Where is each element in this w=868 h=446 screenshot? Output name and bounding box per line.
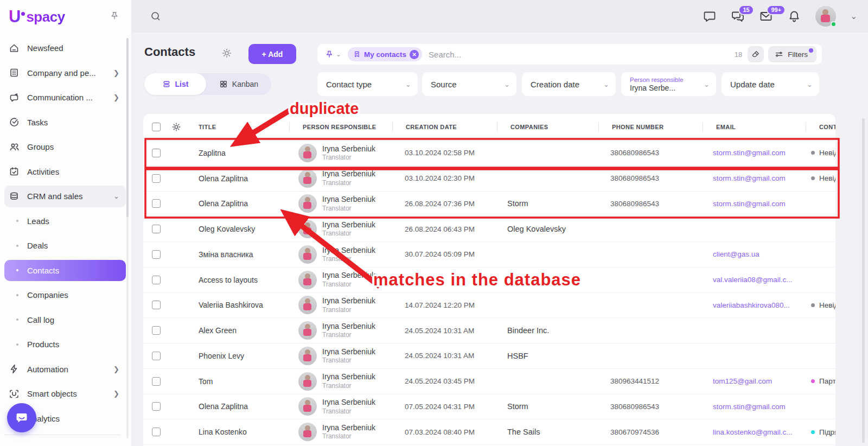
contact-title[interactable]: Valeriia Bashkirova <box>195 301 289 309</box>
filter-person-responsible[interactable]: Person responsible Iryna Serbe... ⌄ <box>621 72 716 96</box>
chevron-down-icon: ⌄ <box>336 50 341 58</box>
sidebar-item-groups[interactable]: Groups <box>0 135 131 160</box>
chevron-down-icon: ⌄ <box>807 80 813 88</box>
contact-title[interactable]: Zaplitna <box>195 149 289 157</box>
sidebar-scrollbar[interactable] <box>126 38 129 438</box>
row-checkbox[interactable] <box>152 199 161 208</box>
support-chat-button[interactable] <box>7 403 36 432</box>
email-link[interactable]: valeriiabashkirova080... <box>703 301 806 309</box>
filter-update-date[interactable]: Update date⌄ <box>722 72 819 96</box>
row-checkbox[interactable] <box>152 377 161 386</box>
table-row[interactable]: Valeriia Bashkirova Iryna SerbeniukTrans… <box>143 293 835 318</box>
sidebar-item-company-and-people[interactable]: Company and pe... ❯ <box>0 61 131 86</box>
contact-title[interactable]: Alex Green <box>195 326 289 335</box>
table-row[interactable]: Alex Green Iryna SerbeniukTranslator 24.… <box>143 318 835 343</box>
chip-close-icon[interactable]: ✕ <box>410 50 419 59</box>
column-header-title[interactable]: TITLE <box>195 124 289 130</box>
bullet-icon <box>16 294 18 296</box>
table-row[interactable]: Olena Zaplitna Iryna SerbeniukTranslator… <box>143 166 835 192</box>
filter-contact-type[interactable]: Contact type⌄ <box>317 72 418 96</box>
contact-title[interactable]: Olena Zaplitna <box>195 402 289 411</box>
contact-title[interactable]: Olena Zaplitna <box>195 199 289 208</box>
email-link[interactable]: client@gas.ua <box>703 250 806 258</box>
table-row[interactable]: Phoenix Levy Iryna SerbeniukTranslator 2… <box>143 343 835 369</box>
row-checkbox[interactable] <box>152 225 161 233</box>
table-row[interactable]: Oleg Kovalevsky Iryna SerbeniukTranslato… <box>143 216 835 242</box>
view-kanban-tab[interactable]: Kanban <box>206 73 271 95</box>
column-header-creation-date[interactable]: CREATION DATE <box>392 124 497 130</box>
contact-title[interactable]: Phoenix Levy <box>195 352 289 360</box>
sidebar-item-activities[interactable]: Activities <box>0 160 131 184</box>
sidebar-item-newsfeed[interactable]: Newsfeed <box>0 36 131 61</box>
row-checkbox[interactable] <box>152 250 161 259</box>
contact-title[interactable]: Tom <box>195 377 289 386</box>
email-link[interactable]: storm.stin@gmail.com <box>703 149 806 157</box>
sidebar-item-tasks[interactable]: Tasks <box>0 110 131 135</box>
row-checkbox[interactable] <box>152 276 161 284</box>
clear-search-eraser-icon[interactable] <box>748 46 764 62</box>
sidebar-item-communication[interactable]: Communication ... ❯ <box>0 85 131 110</box>
row-checkbox[interactable] <box>152 352 161 360</box>
email-link[interactable]: storm.stin@gmail.com <box>703 403 806 411</box>
table-row[interactable]: Olena Zaplitna Iryna SerbeniukTranslator… <box>143 394 835 420</box>
table-row[interactable]: Access to layouts Iryna SerbeniukTransla… <box>143 267 835 293</box>
filter-source[interactable]: Source⌄ <box>422 72 516 96</box>
sidebar-item-automation[interactable]: Automation ❯ <box>0 357 131 382</box>
column-header-person-responsible[interactable]: PERSON RESPONSIBLE <box>289 124 392 130</box>
table-row[interactable]: Zaplitna Iryna SerbeniukTranslator 03.10… <box>143 141 835 166</box>
company: HSBF <box>497 352 598 360</box>
view-list-tab[interactable]: List <box>144 73 206 95</box>
sidebar-item-companies[interactable]: Companies <box>0 283 131 308</box>
select-all-checkbox[interactable] <box>152 123 161 131</box>
table-row[interactable]: Lina Kostenko Iryna SerbeniukTranslator … <box>143 419 835 445</box>
settings-gear-icon[interactable] <box>221 48 232 59</box>
email-link[interactable]: val.valeriia08@gmail.c... <box>703 276 806 284</box>
row-checkbox[interactable] <box>152 428 161 436</box>
row-checkbox[interactable] <box>152 301 161 309</box>
saved-filter-pin-icon[interactable]: ⌄ <box>325 50 341 59</box>
profile-chevron-down-icon[interactable]: ⌄ <box>850 11 857 21</box>
filter-creation-date[interactable]: Creation date⌄ <box>522 72 616 96</box>
contact-title[interactable]: Access to layouts <box>195 276 289 284</box>
add-contact-button[interactable]: + Add <box>248 44 296 64</box>
columns-gear-icon[interactable] <box>171 122 195 132</box>
sidebar-item-leads[interactable]: Leads <box>0 209 131 234</box>
table-scrollbar[interactable] <box>862 118 865 443</box>
column-header-email[interactable]: EMAIL <box>703 124 806 130</box>
email-link[interactable]: storm.stin@gmail.com <box>703 174 806 182</box>
table-row[interactable]: Olena Zaplitna Iryna SerbeniukTranslator… <box>143 192 835 217</box>
sidebar-pin-icon[interactable] <box>110 11 119 21</box>
sidebar-item-deals[interactable]: Deals <box>0 233 131 258</box>
contact-title[interactable]: Зміна власника <box>195 250 289 259</box>
row-checkbox[interactable] <box>152 326 161 335</box>
messenger-icon[interactable]: 15 <box>731 9 745 23</box>
sidebar-item-smart-objects[interactable]: Smart objects ❯ <box>0 381 131 406</box>
sidebar-item-products[interactable]: Products <box>0 332 131 357</box>
uspacy-logo[interactable]: Uspacy <box>9 7 65 27</box>
row-checkbox[interactable] <box>152 402 161 411</box>
user-avatar[interactable] <box>815 6 836 27</box>
email-link[interactable]: storm.stin@gmail.com <box>703 200 806 208</box>
notifications-bell-icon[interactable] <box>787 9 801 23</box>
table-row[interactable]: Tom Iryna SerbeniukTranslator 24.05.2024… <box>143 369 835 394</box>
email-link[interactable]: tom125@gail.com <box>703 377 806 385</box>
table-row[interactable]: Зміна власника Iryna SerbeniukTranslator… <box>143 242 835 267</box>
global-search-icon[interactable] <box>150 10 162 22</box>
row-checkbox[interactable] <box>152 149 161 157</box>
sidebar-item-crm-and-sales[interactable]: CRM and sales ⌄ <box>0 184 131 209</box>
search-input[interactable]: Search... <box>429 50 735 59</box>
email-link[interactable]: lina.kostenko@gmail.c... <box>703 428 806 436</box>
contact-title[interactable]: Lina Kostenko <box>195 428 289 436</box>
column-header-phone-number[interactable]: PHONE NUMBER <box>598 124 703 130</box>
comment-icon[interactable] <box>703 9 717 23</box>
column-header-contact-type[interactable]: CONTACT TYPE <box>806 124 835 130</box>
contact-title[interactable]: Oleg Kovalevsky <box>195 225 289 233</box>
my-contacts-filter-chip[interactable]: My contacts ✕ <box>348 47 422 61</box>
column-header-companies[interactable]: COMPANIES <box>497 124 598 130</box>
contact-title[interactable]: Olena Zaplitna <box>195 174 289 183</box>
row-checkbox[interactable] <box>152 174 161 183</box>
mail-icon[interactable]: 99+ <box>759 9 773 23</box>
filters-button[interactable]: Filters <box>768 46 816 62</box>
sidebar-item-call-log[interactable]: Call log <box>0 308 131 333</box>
sidebar-item-contacts[interactable]: Contacts <box>0 258 131 283</box>
